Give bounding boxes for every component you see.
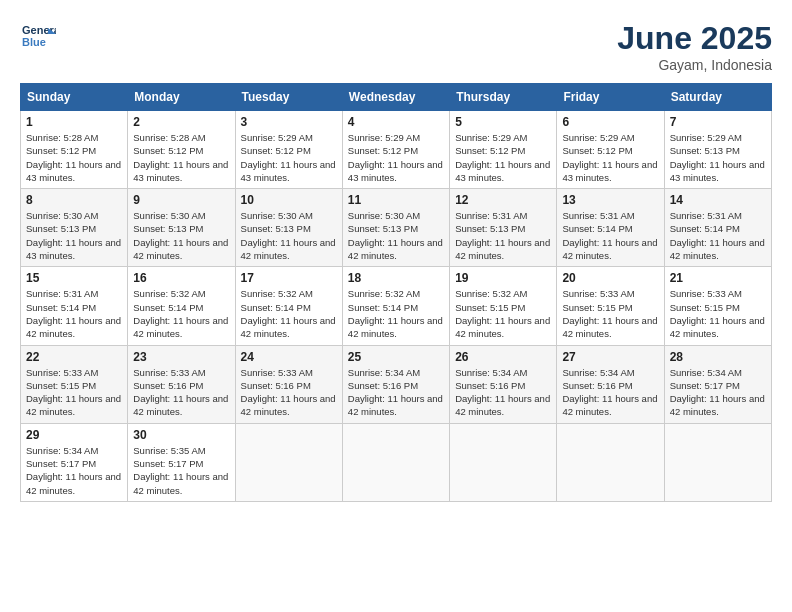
day-info: Sunrise: 5:32 AMSunset: 5:15 PMDaylight:… bbox=[455, 287, 551, 340]
calendar-cell bbox=[342, 423, 449, 501]
day-info: Sunrise: 5:33 AMSunset: 5:15 PMDaylight:… bbox=[26, 366, 122, 419]
svg-text:Blue: Blue bbox=[22, 36, 46, 48]
day-number: 28 bbox=[670, 350, 766, 364]
calendar-cell: 3 Sunrise: 5:29 AMSunset: 5:12 PMDayligh… bbox=[235, 111, 342, 189]
day-info: Sunrise: 5:33 AMSunset: 5:15 PMDaylight:… bbox=[562, 287, 658, 340]
calendar-cell: 23 Sunrise: 5:33 AMSunset: 5:16 PMDaylig… bbox=[128, 345, 235, 423]
calendar-cell: 6 Sunrise: 5:29 AMSunset: 5:12 PMDayligh… bbox=[557, 111, 664, 189]
day-info: Sunrise: 5:34 AMSunset: 5:16 PMDaylight:… bbox=[348, 366, 444, 419]
calendar-cell: 28 Sunrise: 5:34 AMSunset: 5:17 PMDaylig… bbox=[664, 345, 771, 423]
logo-icon: General Blue bbox=[20, 20, 56, 56]
calendar-cell: 17 Sunrise: 5:32 AMSunset: 5:14 PMDaylig… bbox=[235, 267, 342, 345]
location: Gayam, Indonesia bbox=[617, 57, 772, 73]
day-number: 5 bbox=[455, 115, 551, 129]
calendar-cell: 27 Sunrise: 5:34 AMSunset: 5:16 PMDaylig… bbox=[557, 345, 664, 423]
day-info: Sunrise: 5:29 AMSunset: 5:12 PMDaylight:… bbox=[348, 131, 444, 184]
day-number: 22 bbox=[26, 350, 122, 364]
day-number: 8 bbox=[26, 193, 122, 207]
day-info: Sunrise: 5:28 AMSunset: 5:12 PMDaylight:… bbox=[133, 131, 229, 184]
day-number: 12 bbox=[455, 193, 551, 207]
calendar-cell: 13 Sunrise: 5:31 AMSunset: 5:14 PMDaylig… bbox=[557, 189, 664, 267]
day-number: 21 bbox=[670, 271, 766, 285]
calendar-cell: 8 Sunrise: 5:30 AMSunset: 5:13 PMDayligh… bbox=[21, 189, 128, 267]
day-number: 2 bbox=[133, 115, 229, 129]
calendar-cell bbox=[557, 423, 664, 501]
day-info: Sunrise: 5:31 AMSunset: 5:14 PMDaylight:… bbox=[562, 209, 658, 262]
month-title: June 2025 bbox=[617, 20, 772, 57]
weekday-header-tuesday: Tuesday bbox=[235, 84, 342, 111]
title-area: June 2025 Gayam, Indonesia bbox=[617, 20, 772, 73]
day-number: 10 bbox=[241, 193, 337, 207]
calendar-week-2: 8 Sunrise: 5:30 AMSunset: 5:13 PMDayligh… bbox=[21, 189, 772, 267]
day-number: 3 bbox=[241, 115, 337, 129]
day-info: Sunrise: 5:32 AMSunset: 5:14 PMDaylight:… bbox=[348, 287, 444, 340]
day-info: Sunrise: 5:34 AMSunset: 5:17 PMDaylight:… bbox=[670, 366, 766, 419]
day-number: 4 bbox=[348, 115, 444, 129]
day-number: 15 bbox=[26, 271, 122, 285]
day-number: 30 bbox=[133, 428, 229, 442]
day-number: 17 bbox=[241, 271, 337, 285]
day-info: Sunrise: 5:34 AMSunset: 5:16 PMDaylight:… bbox=[562, 366, 658, 419]
calendar-header-row: SundayMondayTuesdayWednesdayThursdayFrid… bbox=[21, 84, 772, 111]
weekday-header-wednesday: Wednesday bbox=[342, 84, 449, 111]
calendar-cell: 22 Sunrise: 5:33 AMSunset: 5:15 PMDaylig… bbox=[21, 345, 128, 423]
calendar-cell: 16 Sunrise: 5:32 AMSunset: 5:14 PMDaylig… bbox=[128, 267, 235, 345]
day-info: Sunrise: 5:32 AMSunset: 5:14 PMDaylight:… bbox=[241, 287, 337, 340]
calendar-cell: 25 Sunrise: 5:34 AMSunset: 5:16 PMDaylig… bbox=[342, 345, 449, 423]
day-info: Sunrise: 5:31 AMSunset: 5:14 PMDaylight:… bbox=[26, 287, 122, 340]
day-info: Sunrise: 5:30 AMSunset: 5:13 PMDaylight:… bbox=[348, 209, 444, 262]
day-number: 7 bbox=[670, 115, 766, 129]
day-number: 25 bbox=[348, 350, 444, 364]
day-number: 20 bbox=[562, 271, 658, 285]
day-info: Sunrise: 5:34 AMSunset: 5:16 PMDaylight:… bbox=[455, 366, 551, 419]
weekday-header-thursday: Thursday bbox=[450, 84, 557, 111]
day-number: 9 bbox=[133, 193, 229, 207]
weekday-header-sunday: Sunday bbox=[21, 84, 128, 111]
calendar-cell: 24 Sunrise: 5:33 AMSunset: 5:16 PMDaylig… bbox=[235, 345, 342, 423]
weekday-header-saturday: Saturday bbox=[664, 84, 771, 111]
day-info: Sunrise: 5:31 AMSunset: 5:13 PMDaylight:… bbox=[455, 209, 551, 262]
calendar-cell: 12 Sunrise: 5:31 AMSunset: 5:13 PMDaylig… bbox=[450, 189, 557, 267]
day-info: Sunrise: 5:33 AMSunset: 5:16 PMDaylight:… bbox=[133, 366, 229, 419]
calendar-cell: 26 Sunrise: 5:34 AMSunset: 5:16 PMDaylig… bbox=[450, 345, 557, 423]
calendar-cell: 19 Sunrise: 5:32 AMSunset: 5:15 PMDaylig… bbox=[450, 267, 557, 345]
weekday-header-friday: Friday bbox=[557, 84, 664, 111]
day-info: Sunrise: 5:31 AMSunset: 5:14 PMDaylight:… bbox=[670, 209, 766, 262]
day-number: 24 bbox=[241, 350, 337, 364]
day-number: 29 bbox=[26, 428, 122, 442]
day-info: Sunrise: 5:34 AMSunset: 5:17 PMDaylight:… bbox=[26, 444, 122, 497]
calendar-cell: 11 Sunrise: 5:30 AMSunset: 5:13 PMDaylig… bbox=[342, 189, 449, 267]
calendar-cell: 30 Sunrise: 5:35 AMSunset: 5:17 PMDaylig… bbox=[128, 423, 235, 501]
svg-text:General: General bbox=[22, 24, 56, 36]
calendar-week-1: 1 Sunrise: 5:28 AMSunset: 5:12 PMDayligh… bbox=[21, 111, 772, 189]
day-info: Sunrise: 5:33 AMSunset: 5:15 PMDaylight:… bbox=[670, 287, 766, 340]
logo: General Blue bbox=[20, 20, 60, 56]
calendar-cell: 10 Sunrise: 5:30 AMSunset: 5:13 PMDaylig… bbox=[235, 189, 342, 267]
calendar-week-4: 22 Sunrise: 5:33 AMSunset: 5:15 PMDaylig… bbox=[21, 345, 772, 423]
day-number: 26 bbox=[455, 350, 551, 364]
calendar-cell: 29 Sunrise: 5:34 AMSunset: 5:17 PMDaylig… bbox=[21, 423, 128, 501]
day-info: Sunrise: 5:30 AMSunset: 5:13 PMDaylight:… bbox=[133, 209, 229, 262]
calendar-cell: 15 Sunrise: 5:31 AMSunset: 5:14 PMDaylig… bbox=[21, 267, 128, 345]
day-number: 18 bbox=[348, 271, 444, 285]
page-header: General Blue June 2025 Gayam, Indonesia bbox=[20, 20, 772, 73]
day-info: Sunrise: 5:29 AMSunset: 5:12 PMDaylight:… bbox=[562, 131, 658, 184]
day-number: 11 bbox=[348, 193, 444, 207]
calendar-cell bbox=[450, 423, 557, 501]
day-info: Sunrise: 5:28 AMSunset: 5:12 PMDaylight:… bbox=[26, 131, 122, 184]
calendar-cell bbox=[235, 423, 342, 501]
calendar-cell: 4 Sunrise: 5:29 AMSunset: 5:12 PMDayligh… bbox=[342, 111, 449, 189]
day-info: Sunrise: 5:32 AMSunset: 5:14 PMDaylight:… bbox=[133, 287, 229, 340]
weekday-header-monday: Monday bbox=[128, 84, 235, 111]
day-number: 27 bbox=[562, 350, 658, 364]
calendar-cell: 2 Sunrise: 5:28 AMSunset: 5:12 PMDayligh… bbox=[128, 111, 235, 189]
calendar-cell bbox=[664, 423, 771, 501]
day-number: 13 bbox=[562, 193, 658, 207]
calendar-cell: 21 Sunrise: 5:33 AMSunset: 5:15 PMDaylig… bbox=[664, 267, 771, 345]
calendar-body: 1 Sunrise: 5:28 AMSunset: 5:12 PMDayligh… bbox=[21, 111, 772, 502]
calendar-cell: 9 Sunrise: 5:30 AMSunset: 5:13 PMDayligh… bbox=[128, 189, 235, 267]
day-number: 23 bbox=[133, 350, 229, 364]
day-info: Sunrise: 5:29 AMSunset: 5:13 PMDaylight:… bbox=[670, 131, 766, 184]
calendar-cell: 20 Sunrise: 5:33 AMSunset: 5:15 PMDaylig… bbox=[557, 267, 664, 345]
day-info: Sunrise: 5:35 AMSunset: 5:17 PMDaylight:… bbox=[133, 444, 229, 497]
